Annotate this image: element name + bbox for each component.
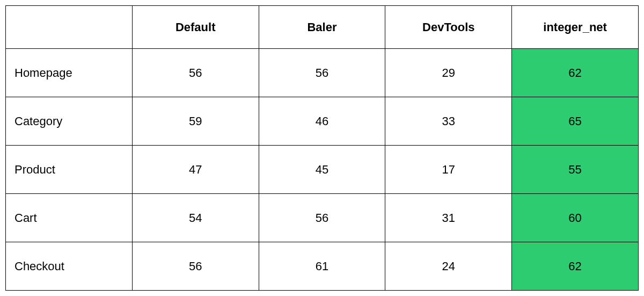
header-default: Default bbox=[132, 6, 259, 49]
row-label-product: Product bbox=[6, 146, 133, 194]
table-row: Cart 54 56 31 60 bbox=[6, 194, 639, 242]
cell-value: 17 bbox=[385, 146, 512, 194]
table-header-row: Default Baler DevTools integer_net bbox=[6, 6, 639, 49]
header-blank bbox=[6, 6, 133, 49]
cell-value: 54 bbox=[132, 194, 259, 242]
cell-value: 56 bbox=[259, 49, 385, 97]
cell-value: 61 bbox=[259, 242, 385, 291]
cell-value: 29 bbox=[385, 49, 512, 97]
cell-value-highlight: 62 bbox=[512, 49, 639, 97]
cell-value: 59 bbox=[132, 97, 259, 146]
cell-value-highlight: 55 bbox=[512, 146, 639, 194]
row-label-category: Category bbox=[6, 97, 133, 146]
cell-value: 56 bbox=[132, 49, 259, 97]
cell-value-highlight: 60 bbox=[512, 194, 639, 242]
cell-value: 24 bbox=[385, 242, 512, 291]
table-row: Checkout 56 61 24 62 bbox=[6, 242, 639, 291]
row-label-checkout: Checkout bbox=[6, 242, 133, 291]
table-row: Product 47 45 17 55 bbox=[6, 146, 639, 194]
comparison-table: Default Baler DevTools integer_net Homep… bbox=[5, 5, 639, 291]
cell-value: 45 bbox=[259, 146, 385, 194]
cell-value-highlight: 62 bbox=[512, 242, 639, 291]
header-devtools: DevTools bbox=[385, 6, 512, 49]
cell-value: 46 bbox=[259, 97, 385, 146]
header-baler: Baler bbox=[259, 6, 385, 49]
cell-value: 56 bbox=[132, 242, 259, 291]
row-label-homepage: Homepage bbox=[6, 49, 133, 97]
header-integer-net: integer_net bbox=[512, 6, 639, 49]
cell-value: 31 bbox=[385, 194, 512, 242]
cell-value-highlight: 65 bbox=[512, 97, 639, 146]
cell-value: 56 bbox=[259, 194, 385, 242]
table-row: Homepage 56 56 29 62 bbox=[6, 49, 639, 97]
row-label-cart: Cart bbox=[6, 194, 133, 242]
table-row: Category 59 46 33 65 bbox=[6, 97, 639, 146]
cell-value: 33 bbox=[385, 97, 512, 146]
cell-value: 47 bbox=[132, 146, 259, 194]
